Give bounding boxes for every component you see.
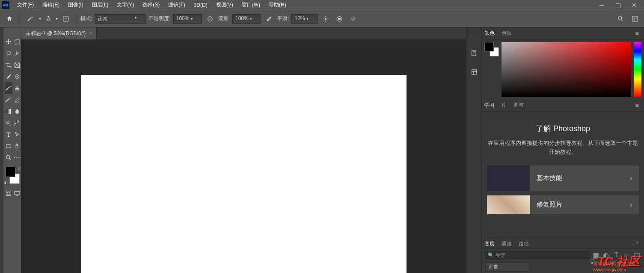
symmetry-icon[interactable]: [347, 13, 359, 24]
foreground-color[interactable]: [5, 167, 15, 177]
flow-label: 流量:: [218, 15, 230, 22]
menu-filter[interactable]: 滤镜(T): [164, 0, 189, 10]
menu-view[interactable]: 视图(V): [212, 0, 237, 10]
color-tab[interactable]: 颜色: [484, 30, 495, 37]
collapsed-panel-dock: ⋮⋮: [466, 27, 481, 273]
learn-panel-menu-icon[interactable]: ≡: [633, 102, 641, 109]
learn-tab[interactable]: 学习: [484, 102, 495, 109]
history-brush-tool[interactable]: [5, 94, 12, 105]
filter-smart-icon[interactable]: ◫: [633, 251, 641, 259]
frame-tool[interactable]: [14, 59, 21, 71]
adjust-tab[interactable]: 调整: [513, 102, 524, 109]
toolbar-handle[interactable]: ⋮⋮: [3, 32, 21, 36]
marquee-tool[interactable]: [14, 36, 21, 48]
menu-3d[interactable]: 3D(D): [190, 0, 212, 10]
flow-input[interactable]: 100% ▾: [232, 14, 261, 24]
filter-adjust-icon[interactable]: ◐: [602, 251, 610, 259]
swatches-tab[interactable]: 色板: [502, 30, 512, 37]
eraser-tool[interactable]: [14, 94, 21, 105]
learn-item-label: 基本技能: [530, 174, 623, 182]
pressure-size-icon[interactable]: [334, 13, 345, 24]
app-logo: Ps: [2, 1, 9, 9]
menu-bar: Ps 文件(F) 编辑(E) 图像(I) 图层(L) 文字(Y) 选择(S) 滤…: [0, 0, 644, 10]
path-select-tool[interactable]: [14, 129, 21, 140]
svg-point-5: [618, 16, 622, 20]
pen-tool[interactable]: [14, 117, 21, 129]
filter-type-icon[interactable]: T: [612, 251, 620, 259]
type-tool[interactable]: [5, 129, 12, 140]
chevron-right-icon: ›: [623, 201, 639, 209]
default-colors-icon[interactable]: ◧: [4, 181, 8, 185]
brush-panel-toggle[interactable]: [60, 13, 71, 24]
filter-shape-icon[interactable]: ▭: [623, 251, 630, 259]
quick-mask-tool[interactable]: [5, 187, 12, 199]
menu-window[interactable]: 窗口(W): [237, 0, 264, 10]
canvas[interactable]: [81, 75, 407, 273]
pressure-opacity-icon[interactable]: [205, 13, 216, 24]
panel-foreground-swatch[interactable]: [484, 42, 494, 51]
learn-item-basics[interactable]: 基本技能 ›: [487, 165, 639, 191]
filter-pixel-icon[interactable]: ▦: [592, 251, 599, 259]
search-icon[interactable]: [615, 13, 626, 24]
learn-description: 在应用程序内直接提供的分步指导教程。从下面选取一个主题开始教程。: [487, 139, 639, 157]
layer-blend-mode-select[interactable]: 正常: [485, 262, 528, 272]
zoom-tool[interactable]: [5, 152, 12, 163]
brush-tool[interactable]: [5, 82, 12, 94]
color-field[interactable]: [502, 42, 631, 97]
menu-select[interactable]: 选择(S): [138, 0, 164, 10]
healing-tool[interactable]: [14, 71, 21, 82]
brush-preset-picker[interactable]: 13: [44, 16, 53, 22]
blur-tool[interactable]: [14, 105, 21, 117]
panel-color-swatches[interactable]: [484, 42, 499, 57]
close-button[interactable]: ✕: [626, 0, 642, 10]
opacity-input[interactable]: 100% ▾: [173, 14, 202, 24]
svg-point-9: [15, 54, 15, 54]
hue-slider[interactable]: [634, 42, 641, 97]
screen-mode-tool[interactable]: [14, 187, 21, 199]
learn-item-retouch[interactable]: 修复照片 ›: [487, 195, 639, 214]
minimize-button[interactable]: ─: [594, 0, 610, 10]
channels-tab[interactable]: 通道: [502, 240, 512, 248]
canvas-viewport[interactable]: [21, 39, 466, 273]
close-tab-icon[interactable]: ×: [89, 30, 92, 36]
layers-filter-select[interactable]: 🔍 类型: [485, 251, 589, 259]
move-tool[interactable]: [5, 36, 12, 48]
paths-tab[interactable]: 路径: [519, 240, 529, 248]
color-swatches[interactable]: ⤸ ◧: [4, 166, 21, 185]
quick-select-tool[interactable]: [14, 48, 21, 59]
layers-panel-menu-icon[interactable]: ≡: [633, 240, 641, 247]
rectangle-tool[interactable]: [5, 140, 12, 152]
watermark-subtext: 屠城辅助网@梦之蝶 www.tcsqw.com: [593, 261, 635, 272]
gradient-tool[interactable]: [5, 105, 12, 117]
clone-stamp-tool[interactable]: [14, 82, 21, 94]
blend-mode-select[interactable]: 正常 ▾: [95, 14, 146, 24]
smooth-options-icon[interactable]: [320, 13, 331, 24]
airbrush-icon[interactable]: [264, 13, 275, 24]
svg-point-1: [208, 16, 212, 21]
home-button[interactable]: [3, 13, 15, 25]
layers-tab[interactable]: 图层: [484, 240, 495, 248]
eyedropper-tool[interactable]: [5, 71, 12, 82]
svg-rect-6: [632, 16, 638, 21]
lib-tab[interactable]: 库: [502, 102, 507, 109]
dodge-tool[interactable]: [5, 117, 12, 129]
crop-tool[interactable]: [5, 59, 12, 71]
menu-image[interactable]: 图像(I): [64, 0, 87, 10]
smooth-input[interactable]: 10% ▾: [291, 14, 317, 24]
color-panel-menu-icon[interactable]: ≡: [633, 30, 641, 37]
menu-layer[interactable]: 图层(L): [88, 0, 113, 10]
hand-tool[interactable]: [14, 140, 21, 152]
menu-edit[interactable]: 编辑(E): [38, 0, 64, 10]
swap-colors-icon[interactable]: ⤸: [17, 166, 21, 171]
properties-panel-icon[interactable]: [469, 67, 479, 77]
workspace-icon[interactable]: [629, 13, 641, 24]
history-panel-icon[interactable]: [469, 48, 479, 58]
maximize-button[interactable]: ▢: [610, 0, 626, 10]
document-tab[interactable]: 未标题-1 @ 50%(RGB/8#) ×: [21, 27, 97, 39]
edit-toolbar[interactable]: ⋯: [14, 152, 21, 163]
menu-type[interactable]: 文字(Y): [113, 0, 138, 10]
menu-file[interactable]: 文件(F): [13, 0, 38, 10]
brush-tool-icon[interactable]: [24, 13, 36, 25]
menu-help[interactable]: 帮助(H): [264, 0, 291, 10]
lasso-tool[interactable]: [5, 48, 12, 59]
